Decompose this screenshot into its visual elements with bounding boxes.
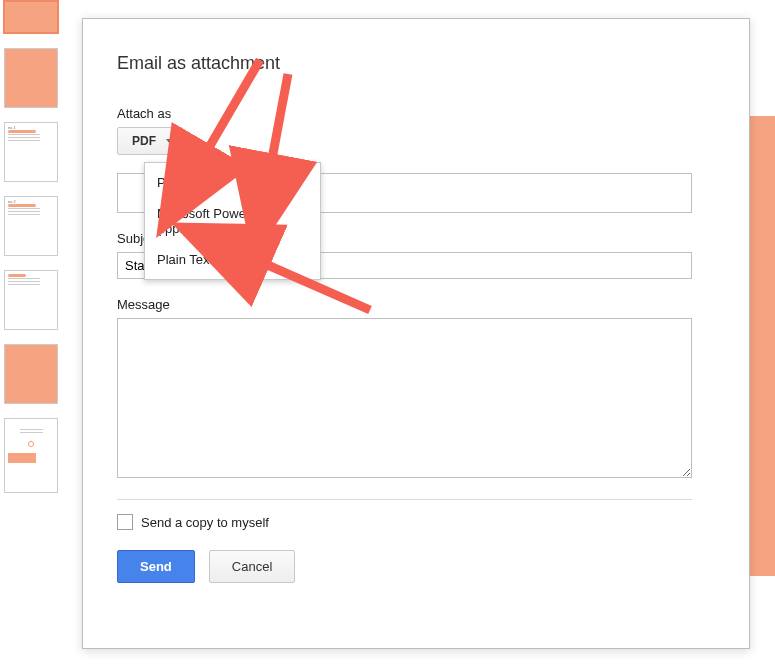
attach-as-dropdown-list: PDF Microsoft PowerPoint (.pptx) Plain T… [144, 162, 321, 280]
cancel-button[interactable]: Cancel [209, 550, 295, 583]
thumb-label: ea 2 [8, 199, 16, 204]
chevron-down-icon [166, 139, 174, 144]
thumbnail-slide-6[interactable] [4, 344, 58, 404]
thumbnail-slide-7[interactable] [4, 418, 58, 493]
attach-as-label: Attach as [117, 106, 715, 121]
attach-as-dropdown-button[interactable]: PDF [117, 127, 183, 155]
checkbox-icon [117, 514, 133, 530]
slide-thumbnail-panel: ea 1 ea 2 [0, 0, 63, 670]
send-copy-checkbox-row[interactable]: Send a copy to myself [117, 514, 715, 530]
thumbnail-slide-2[interactable] [4, 48, 58, 108]
dropdown-option-pdf[interactable]: PDF [145, 167, 320, 198]
divider [117, 499, 692, 500]
dropdown-option-pptx[interactable]: Microsoft PowerPoint (.pptx) [145, 198, 320, 244]
thumbnail-slide-1[interactable] [3, 0, 59, 34]
thumbnail-slide-5[interactable] [4, 270, 58, 330]
dropdown-option-plain-text[interactable]: Plain Text [145, 244, 320, 275]
thumbnail-slide-4[interactable]: ea 2 [4, 196, 58, 256]
thumb-label: ea 1 [8, 125, 16, 130]
dialog-title: Email as attachment [117, 53, 715, 74]
send-button[interactable]: Send [117, 550, 195, 583]
attach-as-selected: PDF [132, 134, 156, 148]
canvas-accent [750, 116, 775, 576]
email-attachment-dialog: Email as attachment Attach as PDF Subjec… [82, 18, 750, 649]
message-label: Message [117, 297, 715, 312]
message-field[interactable] [117, 318, 692, 478]
thumbnail-slide-3[interactable]: ea 1 [4, 122, 58, 182]
send-copy-label: Send a copy to myself [141, 515, 269, 530]
